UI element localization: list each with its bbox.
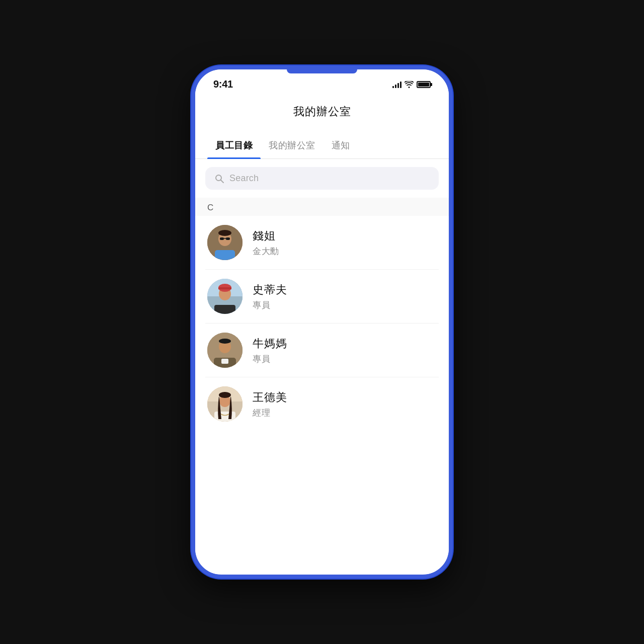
tab-notifications[interactable]: 通知 (324, 134, 358, 158)
employee-role: 專員 (253, 299, 287, 311)
avatar (207, 279, 243, 314)
avatar (207, 386, 243, 422)
employee-info: 王德美 經理 (253, 390, 287, 419)
svg-point-18 (219, 339, 231, 344)
svg-rect-19 (221, 359, 228, 364)
wifi-icon (405, 81, 414, 88)
employee-name: 錢姐 (253, 228, 279, 244)
signal-icon (392, 81, 401, 88)
employee-info: 錢姐 金大勳 (253, 228, 279, 257)
list-item[interactable]: 牛媽媽 專員 (205, 324, 439, 377)
employee-role: 金大勳 (253, 246, 279, 257)
tab-office[interactable]: 我的辦公室 (261, 134, 324, 158)
svg-rect-14 (218, 287, 231, 289)
employee-info: 牛媽媽 專員 (253, 336, 287, 365)
employee-name: 史蒂夫 (253, 282, 287, 297)
tabs-container: 員工目錄 我的辦公室 通知 (195, 124, 449, 159)
app-content: 我的辦公室 員工目錄 我的辦公室 通知 Search (195, 95, 449, 574)
svg-rect-4 (215, 250, 235, 260)
employee-name: 王德美 (253, 390, 287, 405)
app-header: 我的辦公室 (195, 95, 449, 119)
employee-role: 專員 (253, 353, 287, 365)
status-time: 9:41 (213, 78, 233, 90)
search-placeholder: Search (229, 173, 259, 184)
phone-shell: 9:41 我的辦公室 (191, 65, 453, 579)
list-item[interactable]: 史蒂夫 專員 (205, 270, 439, 324)
avatar (207, 225, 243, 260)
svg-rect-23 (214, 412, 235, 422)
page-title: 我的辦公室 (205, 104, 439, 119)
tab-employees[interactable]: 員工目錄 (207, 134, 261, 158)
list-item[interactable]: 錢姐 金大勳 (205, 216, 439, 270)
svg-point-24 (219, 392, 231, 398)
svg-line-1 (221, 180, 224, 183)
employee-role: 經理 (253, 407, 287, 419)
list-item[interactable]: 王德美 經理 (205, 377, 439, 431)
search-bar[interactable]: Search (205, 167, 439, 190)
svg-point-8 (218, 230, 231, 236)
battery-icon (417, 81, 431, 88)
svg-rect-12 (214, 305, 235, 314)
section-header-c: C (195, 198, 449, 216)
svg-rect-5 (220, 237, 224, 240)
employee-name: 牛媽媽 (253, 336, 287, 351)
section-letter: C (207, 203, 213, 212)
search-icon (214, 174, 224, 184)
notch (287, 69, 357, 73)
status-icons (392, 81, 431, 88)
avatar (207, 333, 243, 368)
employee-info: 史蒂夫 專員 (253, 282, 287, 311)
employee-list: 錢姐 金大勳 (195, 216, 449, 431)
search-container: Search (195, 159, 449, 198)
svg-rect-6 (226, 237, 230, 240)
